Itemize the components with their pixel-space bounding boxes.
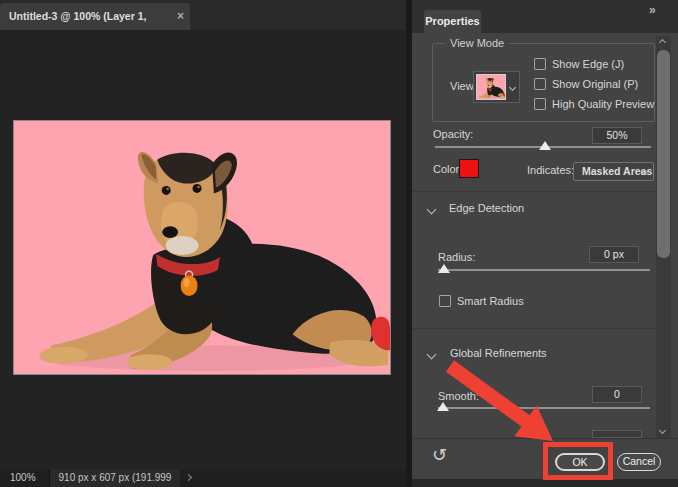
view-mode-legend: View Mode bbox=[445, 37, 509, 49]
checkbox-row-show-edge: Show Edge (J) bbox=[534, 58, 624, 70]
cancel-button[interactable]: Cancel bbox=[617, 453, 661, 471]
color-label: Color: bbox=[433, 163, 462, 175]
photoshop-select-and-mask-window: Untitled-3 @ 100% (Layer 1, RGB/8#) * × bbox=[0, 0, 678, 487]
smart-radius-row: Smart Radius bbox=[439, 295, 524, 307]
annotation-highlight-rectangle bbox=[543, 442, 613, 480]
dog-photo bbox=[14, 121, 390, 374]
document-dimensions[interactable]: 910 px x 607 px (191.999 ppi) bbox=[50, 469, 180, 487]
opacity-value-input[interactable]: 50% bbox=[592, 127, 642, 144]
panel-footer: ↺ OK Cancel bbox=[412, 438, 678, 479]
partial-next-value-input[interactable] bbox=[592, 430, 642, 438]
opacity-slider-thumb[interactable] bbox=[539, 141, 551, 150]
section-separator bbox=[412, 328, 656, 329]
document-tab[interactable]: Untitled-3 @ 100% (Layer 1, RGB/8#) * × bbox=[0, 3, 190, 30]
indicates-label: Indicates: bbox=[527, 164, 574, 176]
view-thumbnail-dropdown[interactable] bbox=[473, 71, 520, 103]
radius-slider[interactable] bbox=[438, 269, 650, 271]
smart-radius-checkbox[interactable] bbox=[439, 295, 451, 307]
view-mode-group: View Mode View: Show Edge (J) Show Origi… bbox=[432, 43, 655, 122]
show-original-checkbox[interactable] bbox=[534, 78, 546, 90]
smooth-slider-thumb[interactable] bbox=[437, 402, 449, 411]
smooth-label: Smooth: bbox=[438, 390, 479, 402]
zoom-level[interactable]: 100% bbox=[10, 469, 36, 487]
overlay-color-swatch[interactable] bbox=[459, 159, 479, 178]
panel-menu-icon[interactable]: » bbox=[649, 3, 655, 17]
image-canvas[interactable] bbox=[13, 120, 391, 375]
canvas-workspace bbox=[0, 30, 406, 469]
show-edge-label: Show Edge (J) bbox=[552, 58, 624, 70]
smooth-slider[interactable] bbox=[438, 407, 650, 409]
opacity-label: Opacity: bbox=[433, 128, 473, 140]
status-bar: 100% 910 px x 607 px (191.999 ppi) bbox=[0, 469, 406, 487]
show-original-label: Show Original (P) bbox=[552, 78, 638, 90]
radius-value-input[interactable]: 0 px bbox=[589, 246, 639, 263]
chevron-down-icon bbox=[506, 85, 519, 90]
scrollbar-thumb[interactable] bbox=[657, 50, 670, 258]
close-icon[interactable]: × bbox=[177, 3, 184, 29]
tab-properties[interactable]: Properties bbox=[424, 10, 481, 33]
panel-scrollbar[interactable] bbox=[656, 36, 671, 438]
indicates-dropdown[interactable]: Masked Areas bbox=[573, 162, 654, 181]
opacity-slider[interactable] bbox=[435, 146, 651, 148]
document-tab-strip: Untitled-3 @ 100% (Layer 1, RGB/8#) * × bbox=[0, 0, 406, 30]
checkbox-row-high-quality: High Quality Preview bbox=[534, 98, 654, 110]
radius-slider-thumb[interactable] bbox=[438, 264, 450, 273]
radius-label: Radius: bbox=[438, 251, 475, 263]
scroll-down-icon[interactable] bbox=[659, 427, 666, 434]
edge-detection-header[interactable]: Edge Detection bbox=[449, 202, 524, 214]
window-bottom-edge bbox=[412, 479, 678, 487]
properties-panel: Properties » View Mode View: Show Edge (… bbox=[412, 0, 678, 487]
show-edge-checkbox[interactable] bbox=[534, 58, 546, 70]
high-quality-preview-label: High Quality Preview bbox=[552, 98, 654, 110]
reset-icon[interactable]: ↺ bbox=[432, 444, 447, 466]
status-chevron-icon[interactable] bbox=[186, 475, 191, 480]
section-separator bbox=[412, 191, 656, 192]
global-refinements-header[interactable]: Global Refinements bbox=[450, 347, 547, 359]
scroll-up-icon[interactable] bbox=[659, 39, 666, 46]
high-quality-preview-checkbox[interactable] bbox=[534, 98, 546, 110]
view-thumbnail bbox=[476, 74, 506, 100]
smooth-value-input[interactable]: 0 bbox=[592, 386, 642, 403]
checkbox-row-show-original: Show Original (P) bbox=[534, 78, 638, 90]
smart-radius-label: Smart Radius bbox=[457, 295, 524, 307]
